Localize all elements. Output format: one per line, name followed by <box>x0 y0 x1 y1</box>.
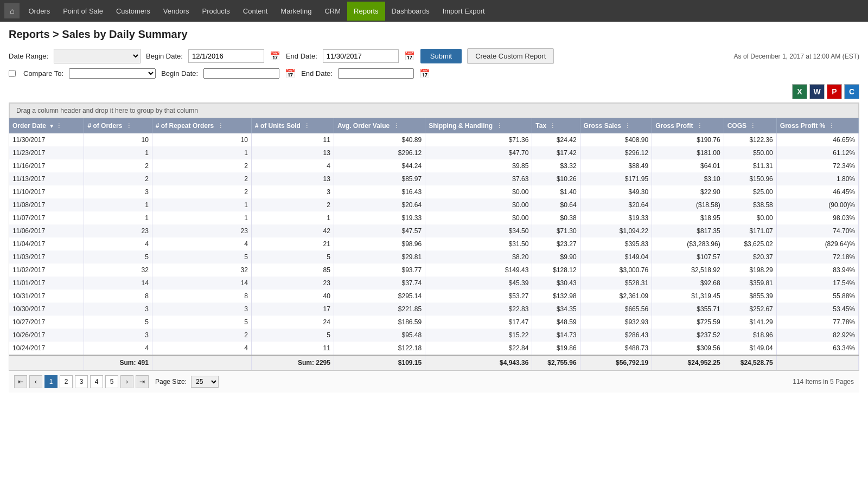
table-cell: 1.80% <box>776 172 858 185</box>
nav-reports[interactable]: Reports <box>347 2 385 21</box>
nav-orders[interactable]: Orders <box>22 2 56 21</box>
col-gross-profit-pct[interactable]: Gross Profit % ⋮ <box>776 118 858 133</box>
table-cell: 11/06/2017 <box>9 224 84 237</box>
table-cell: $0.38 <box>532 211 580 224</box>
table-cell: 3 <box>84 185 152 198</box>
table-cell: 2 <box>251 198 334 211</box>
begin-date-input[interactable] <box>188 49 264 63</box>
table-cell: $3.32 <box>532 159 580 172</box>
table-cell: $665.56 <box>580 303 652 316</box>
col-cogs[interactable]: COGS ⋮ <box>724 118 776 133</box>
table-cell: 11/04/2017 <box>9 237 84 251</box>
col-avg-order[interactable]: Avg. Order Value ⋮ <box>334 118 425 133</box>
pager-page-1[interactable]: 1 <box>44 375 58 388</box>
submit-button[interactable]: Submit <box>420 49 462 63</box>
table-cell: $24.42 <box>532 133 580 146</box>
nav-content[interactable]: Content <box>237 2 275 21</box>
create-custom-report-button[interactable]: Create Custom Report <box>467 48 554 64</box>
page-size-label: Page Size: <box>155 378 187 386</box>
table-cell: $107.57 <box>652 251 724 264</box>
table-cell: 11/23/2017 <box>9 146 84 159</box>
table-row: 11/02/2017323285$93.77$149.43$128.12$3,0… <box>9 264 859 277</box>
table-cell: $395.83 <box>580 237 652 251</box>
table-cell: $17.42 <box>532 146 580 159</box>
pager-page-5[interactable]: 5 <box>105 375 118 388</box>
table-cell: 4 <box>251 159 334 172</box>
table-cell: $93.77 <box>334 264 425 277</box>
pager-page-2[interactable]: 2 <box>60 375 73 388</box>
pager-prev-button[interactable]: ‹ <box>29 375 42 388</box>
end-date-calendar-icon[interactable]: 📅 <box>404 51 415 61</box>
export-pdf-icon[interactable]: P <box>827 84 842 99</box>
date-range-select[interactable] <box>54 49 141 63</box>
footer-avg-order: $109.15 <box>334 355 425 370</box>
compare-select[interactable] <box>69 68 156 79</box>
table-cell: 2 <box>152 172 251 185</box>
table-cell: 14 <box>84 277 152 290</box>
col-order-date[interactable]: Order Date ▼⋮ <box>9 118 84 133</box>
col-gross-profit[interactable]: Gross Profit ⋮ <box>652 118 724 133</box>
table-cell: 85 <box>251 264 334 277</box>
col-gross-sales[interactable]: Gross Sales ⋮ <box>580 118 652 133</box>
table-cell: $359.81 <box>724 277 776 290</box>
table-row: 10/26/2017325$95.48$15.22$14.73$286.43$2… <box>9 329 859 342</box>
table-cell: $0.00 <box>425 198 532 211</box>
col-tax[interactable]: Tax ⋮ <box>532 118 580 133</box>
table-cell: 63.34% <box>776 342 858 355</box>
table-cell: $9.90 <box>532 251 580 264</box>
table-row: 11/30/2017101011$40.89$71.36$24.42$408.9… <box>9 133 859 146</box>
table-cell: $296.12 <box>580 146 652 159</box>
pager-page-4[interactable]: 4 <box>90 375 103 388</box>
table-cell: $198.29 <box>724 264 776 277</box>
table-cell: $408.90 <box>580 133 652 146</box>
export-csv-icon[interactable]: C <box>844 84 859 99</box>
table-cell: 2 <box>152 185 251 198</box>
table-cell: 1 <box>251 211 334 224</box>
table-cell: 4 <box>84 342 152 355</box>
table-cell: $296.12 <box>334 146 425 159</box>
compare-begin-date-input[interactable] <box>203 68 279 79</box>
nav-dashboards[interactable]: Dashboards <box>385 2 436 21</box>
nav-pos[interactable]: Point of Sale <box>56 2 110 21</box>
table-cell: $23.27 <box>532 237 580 251</box>
table-cell: 32 <box>152 264 251 277</box>
footer-tax: $2,755.96 <box>532 355 580 370</box>
date-range-label: Date Range: <box>9 52 48 60</box>
table-cell: 55.88% <box>776 290 858 303</box>
end-date-input[interactable] <box>323 49 399 63</box>
pager-first-button[interactable]: ⇤ <box>14 375 27 388</box>
compare-end-cal-icon[interactable]: 📅 <box>419 68 430 79</box>
col-units-sold[interactable]: # of Units Sold ⋮ <box>251 118 334 133</box>
nav-customers[interactable]: Customers <box>110 2 157 21</box>
nav-import-export[interactable]: Import Export <box>436 2 492 21</box>
nav-crm[interactable]: CRM <box>318 2 347 21</box>
pager-last-button[interactable]: ⇥ <box>136 375 149 388</box>
export-word-icon[interactable]: W <box>809 84 825 99</box>
table-cell: 10 <box>84 133 152 146</box>
table-cell: 1 <box>152 146 251 159</box>
home-icon[interactable]: ⌂ <box>4 3 20 18</box>
nav-vendors[interactable]: Vendors <box>157 2 196 21</box>
col-shipping[interactable]: Shipping & Handling ⋮ <box>425 118 532 133</box>
compare-checkbox[interactable] <box>9 70 16 77</box>
pager-page-3[interactable]: 3 <box>75 375 88 388</box>
table-cell: 1 <box>84 146 152 159</box>
compare-end-date-input[interactable] <box>338 68 414 79</box>
page-size-select[interactable]: 25 50 100 <box>191 376 219 388</box>
nav-marketing[interactable]: Marketing <box>274 2 318 21</box>
page-title: Reports > Sales by Daily Summary <box>9 28 859 41</box>
col-num-orders[interactable]: # of Orders ⋮ <box>84 118 152 133</box>
table-cell: $181.00 <box>652 146 724 159</box>
nav-products[interactable]: Products <box>195 2 236 21</box>
pager-next-button[interactable]: › <box>120 375 133 388</box>
table-cell: $18.95 <box>652 211 724 224</box>
table-cell: $122.18 <box>334 342 425 355</box>
table-row: 10/30/20173317$221.85$22.83$34.35$665.56… <box>9 303 859 316</box>
export-excel-icon[interactable]: X <box>792 84 807 99</box>
col-repeat-orders[interactable]: # of Repeat Orders ⋮ <box>152 118 251 133</box>
compare-begin-cal-icon[interactable]: 📅 <box>285 68 296 79</box>
begin-date-calendar-icon[interactable]: 📅 <box>270 51 280 61</box>
footer-sum-units: Sum: 2295 <box>251 355 334 370</box>
table-header-row: Order Date ▼⋮ # of Orders ⋮ # of Repeat … <box>9 118 859 133</box>
table-cell: $22.90 <box>652 185 724 198</box>
